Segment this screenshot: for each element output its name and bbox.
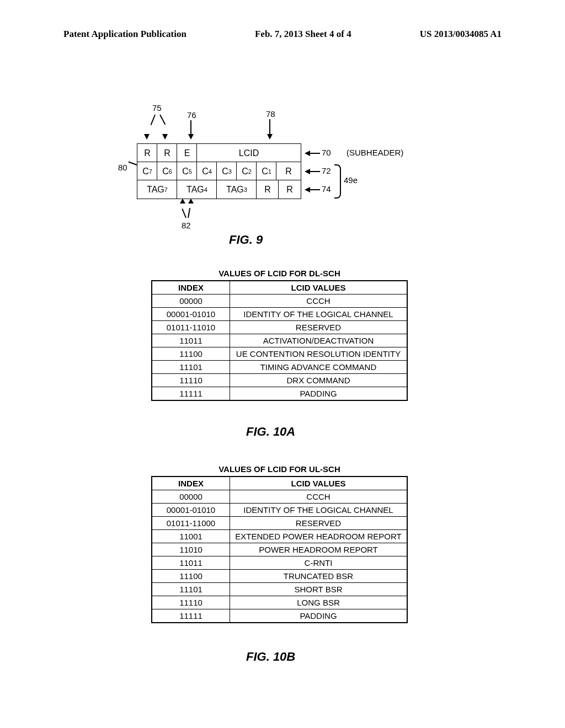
figure-9-caption: FIG. 9	[229, 233, 263, 247]
date-sheet-label: Feb. 7, 2013 Sheet 4 of 4	[255, 29, 351, 40]
ref-label-82: 82	[182, 221, 191, 230]
cell-c6: C6	[157, 162, 178, 181]
header-values: LCID VALUES	[230, 281, 408, 295]
table-row: 11010POWER HEADROOM REPORT	[152, 543, 407, 556]
table-header-row: INDEX LCID VALUES	[152, 477, 407, 490]
table-row: 11101SHORT BSR	[152, 583, 407, 596]
lcid-dl-sch-table: INDEX LCID VALUES 00000CCCH 00001-01010I…	[151, 280, 408, 401]
table-header-row: INDEX LCID VALUES	[152, 281, 407, 295]
table-row: 11111PADDING	[152, 609, 407, 623]
cell-tag7: TAG7	[137, 180, 178, 199]
header-index: INDEX	[152, 281, 230, 295]
header-values: LCID VALUES	[230, 477, 408, 490]
ref-label-49e: 49e	[344, 175, 358, 185]
table-10a-block: VALUES OF LCID FOR DL-SCH INDEX LCID VAL…	[151, 269, 408, 401]
ref-label-76: 76	[187, 110, 196, 120]
cell-r: R	[137, 143, 158, 163]
table-10b-block: VALUES OF LCID FOR UL-SCH INDEX LCID VAL…	[151, 464, 408, 623]
cell-r: R	[256, 180, 279, 199]
cell-c1: C1	[256, 162, 277, 181]
table-row: 01011-11010RESERVED	[152, 321, 407, 334]
publication-label: Patent Application Publication	[63, 29, 186, 40]
ref-label-75: 75	[152, 103, 162, 113]
table-row: 11001EXTENDED POWER HEADROOM REPORT	[152, 530, 407, 543]
table-row: 11110DRX COMMAND	[152, 374, 407, 387]
table-row: 00000CCCH	[152, 295, 407, 308]
table-row: 11110LONG BSR	[152, 596, 407, 609]
cell-c7: C7	[137, 162, 158, 181]
cell-c3: C3	[216, 162, 237, 181]
table-row: 11011C-RNTI	[152, 556, 407, 570]
cell-r: R	[278, 180, 301, 199]
cell-r: R	[276, 162, 301, 181]
table-row: 11111PADDING	[152, 387, 407, 401]
table-row: 11100UE CONTENTION RESOLUTION IDENTITY	[152, 347, 407, 361]
table-row: 11011ACTIVATION/DEACTIVATION	[152, 334, 407, 347]
ref-label-70: 70	[322, 148, 331, 157]
ref-label-72: 72	[322, 166, 331, 175]
table-10a-title: VALUES OF LCID FOR DL-SCH	[151, 269, 408, 278]
figure-10a-caption: FIG. 10A	[246, 425, 295, 439]
header-index: INDEX	[152, 477, 230, 490]
figure-10b-caption: FIG. 10B	[246, 650, 295, 664]
patent-number: US 2013/0034085 A1	[420, 29, 502, 40]
ref-label-74: 74	[322, 184, 331, 194]
table-10b-title: VALUES OF LCID FOR UL-SCH	[151, 464, 408, 474]
ref-label-80: 80	[118, 163, 127, 172]
cell-lcid: LCID	[196, 143, 301, 163]
table-row: 00001-01010IDENTITY OF THE LOGICAL CHANN…	[152, 504, 407, 517]
table-row: 01011-11000RESERVED	[152, 517, 407, 530]
lcid-ul-sch-table: INDEX LCID VALUES 00000CCCH 00001-01010I…	[151, 476, 408, 623]
cell-c4: C4	[196, 162, 217, 181]
cell-c5: C5	[177, 162, 198, 181]
table-row: 00001-01010IDENTITY OF THE LOGICAL CHANN…	[152, 308, 407, 321]
subheader-label: (SUBHEADER)	[347, 148, 403, 157]
brace-icon	[334, 164, 341, 199]
cell-r: R	[157, 143, 178, 163]
table-row: 11100TRUNCATED BSR	[152, 570, 407, 583]
cell-c2: C2	[236, 162, 257, 181]
cell-e: E	[177, 143, 198, 163]
table-row: 00000CCCH	[152, 490, 407, 504]
page-header: Patent Application Publication Feb. 7, 2…	[0, 29, 565, 40]
ref-label-78: 78	[266, 109, 275, 119]
cell-tag3: TAG3	[216, 180, 257, 199]
table-row: 11101TIMING ADVANCE COMMAND	[152, 361, 407, 374]
cell-tag4: TAG4	[177, 180, 217, 199]
